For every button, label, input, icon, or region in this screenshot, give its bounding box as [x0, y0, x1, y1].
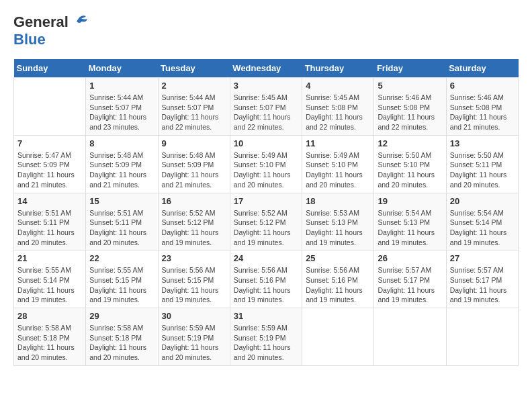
- day-info: Sunrise: 5:56 AMSunset: 5:15 PMDaylight:…: [162, 265, 226, 305]
- logo-blue: Blue: [13, 31, 46, 48]
- calendar-cell: 26Sunrise: 5:57 AMSunset: 5:17 PMDayligh…: [374, 250, 446, 308]
- calendar-cell: 18Sunrise: 5:53 AMSunset: 5:13 PMDayligh…: [302, 193, 374, 250]
- weekday-header: Saturday: [446, 59, 518, 78]
- day-number: 18: [306, 196, 370, 206]
- calendar-cell: 28Sunrise: 5:58 AMSunset: 5:18 PMDayligh…: [14, 308, 86, 366]
- calendar-cell: 16Sunrise: 5:52 AMSunset: 5:12 PMDayligh…: [158, 193, 230, 250]
- calendar-cell: 6Sunrise: 5:46 AMSunset: 5:08 PMDaylight…: [446, 78, 518, 136]
- calendar-cell: 23Sunrise: 5:56 AMSunset: 5:15 PMDayligh…: [158, 250, 230, 308]
- weekday-header: Tuesday: [158, 59, 230, 78]
- day-info: Sunrise: 5:54 AMSunset: 5:14 PMDaylight:…: [450, 208, 515, 248]
- logo-bird-icon: [70, 15, 89, 30]
- calendar-cell: 15Sunrise: 5:51 AMSunset: 5:11 PMDayligh…: [86, 193, 158, 250]
- calendar-cell: 3Sunrise: 5:45 AMSunset: 5:07 PMDaylight…: [230, 78, 302, 136]
- calendar-cell: 17Sunrise: 5:52 AMSunset: 5:12 PMDayligh…: [230, 193, 302, 250]
- day-info: Sunrise: 5:46 AMSunset: 5:08 PMDaylight:…: [450, 93, 515, 132]
- calendar-cell: [302, 308, 374, 366]
- day-info: Sunrise: 5:45 AMSunset: 5:07 PMDaylight:…: [234, 93, 298, 132]
- calendar-cell: 22Sunrise: 5:55 AMSunset: 5:15 PMDayligh…: [86, 250, 158, 308]
- day-number: 14: [17, 196, 82, 206]
- day-info: Sunrise: 5:53 AMSunset: 5:13 PMDaylight:…: [306, 208, 370, 248]
- day-number: 21: [17, 253, 82, 263]
- day-number: 3: [234, 81, 298, 91]
- weekday-header: Monday: [86, 59, 158, 78]
- calendar-cell: [14, 78, 86, 136]
- day-number: 20: [450, 196, 515, 206]
- calendar-cell: 13Sunrise: 5:50 AMSunset: 5:11 PMDayligh…: [446, 135, 518, 193]
- calendar-cell: 5Sunrise: 5:46 AMSunset: 5:08 PMDaylight…: [374, 78, 446, 136]
- calendar-cell: [446, 308, 518, 366]
- weekday-header: Thursday: [302, 59, 374, 78]
- day-info: Sunrise: 5:57 AMSunset: 5:17 PMDaylight:…: [378, 265, 442, 305]
- day-number: 24: [234, 253, 298, 263]
- day-info: Sunrise: 5:50 AMSunset: 5:11 PMDaylight:…: [450, 150, 515, 190]
- day-number: 1: [89, 81, 154, 91]
- day-number: 13: [450, 138, 515, 148]
- day-number: 31: [234, 311, 298, 321]
- day-info: Sunrise: 5:55 AMSunset: 5:15 PMDaylight:…: [89, 265, 154, 305]
- day-number: 26: [378, 253, 442, 263]
- day-number: 2: [162, 81, 226, 91]
- calendar-cell: 20Sunrise: 5:54 AMSunset: 5:14 PMDayligh…: [446, 193, 518, 250]
- day-number: 10: [234, 138, 298, 148]
- day-info: Sunrise: 5:48 AMSunset: 5:09 PMDaylight:…: [89, 150, 154, 190]
- day-number: 8: [89, 138, 154, 148]
- logo: General Blue: [13, 13, 89, 48]
- day-info: Sunrise: 5:51 AMSunset: 5:11 PMDaylight:…: [89, 208, 154, 248]
- day-info: Sunrise: 5:47 AMSunset: 5:09 PMDaylight:…: [17, 150, 82, 190]
- calendar-cell: 25Sunrise: 5:56 AMSunset: 5:16 PMDayligh…: [302, 250, 374, 308]
- day-info: Sunrise: 5:59 AMSunset: 5:19 PMDaylight:…: [162, 323, 226, 363]
- day-number: 7: [17, 138, 82, 148]
- day-number: 28: [17, 311, 82, 321]
- day-info: Sunrise: 5:54 AMSunset: 5:13 PMDaylight:…: [378, 208, 442, 248]
- day-info: Sunrise: 5:52 AMSunset: 5:12 PMDaylight:…: [234, 208, 298, 248]
- day-info: Sunrise: 5:56 AMSunset: 5:16 PMDaylight:…: [306, 265, 370, 305]
- day-info: Sunrise: 5:58 AMSunset: 5:18 PMDaylight:…: [89, 323, 154, 363]
- calendar-cell: 8Sunrise: 5:48 AMSunset: 5:09 PMDaylight…: [86, 135, 158, 193]
- day-number: 6: [450, 81, 515, 91]
- day-number: 12: [378, 138, 442, 148]
- calendar-cell: 14Sunrise: 5:51 AMSunset: 5:11 PMDayligh…: [14, 193, 86, 250]
- day-number: 27: [450, 253, 515, 263]
- day-info: Sunrise: 5:58 AMSunset: 5:18 PMDaylight:…: [17, 323, 82, 363]
- day-info: Sunrise: 5:46 AMSunset: 5:08 PMDaylight:…: [378, 93, 442, 132]
- calendar-cell: 29Sunrise: 5:58 AMSunset: 5:18 PMDayligh…: [86, 308, 158, 366]
- calendar-cell: 19Sunrise: 5:54 AMSunset: 5:13 PMDayligh…: [374, 193, 446, 250]
- calendar-cell: 1Sunrise: 5:44 AMSunset: 5:07 PMDaylight…: [86, 78, 158, 136]
- weekday-header: Wednesday: [230, 59, 302, 78]
- calendar-cell: 31Sunrise: 5:59 AMSunset: 5:19 PMDayligh…: [230, 308, 302, 366]
- day-info: Sunrise: 5:49 AMSunset: 5:10 PMDaylight:…: [234, 150, 298, 190]
- day-info: Sunrise: 5:48 AMSunset: 5:09 PMDaylight:…: [162, 150, 226, 190]
- day-number: 23: [162, 253, 226, 263]
- day-number: 15: [89, 196, 154, 206]
- page-header: General Blue: [13, 13, 519, 48]
- day-info: Sunrise: 5:44 AMSunset: 5:07 PMDaylight:…: [89, 93, 154, 132]
- day-number: 4: [306, 81, 370, 91]
- day-info: Sunrise: 5:56 AMSunset: 5:16 PMDaylight:…: [234, 265, 298, 305]
- day-info: Sunrise: 5:55 AMSunset: 5:14 PMDaylight:…: [17, 265, 82, 305]
- weekday-header: Sunday: [14, 59, 86, 78]
- calendar-cell: 24Sunrise: 5:56 AMSunset: 5:16 PMDayligh…: [230, 250, 302, 308]
- day-number: 5: [378, 81, 442, 91]
- day-info: Sunrise: 5:45 AMSunset: 5:08 PMDaylight:…: [306, 93, 370, 132]
- calendar-cell: 21Sunrise: 5:55 AMSunset: 5:14 PMDayligh…: [14, 250, 86, 308]
- calendar-table: SundayMondayTuesdayWednesdayThursdayFrid…: [13, 59, 519, 366]
- calendar-header: SundayMondayTuesdayWednesdayThursdayFrid…: [14, 59, 519, 78]
- logo-general: General: [13, 13, 69, 31]
- day-info: Sunrise: 5:52 AMSunset: 5:12 PMDaylight:…: [162, 208, 226, 248]
- day-number: 9: [162, 138, 226, 148]
- calendar-cell: 11Sunrise: 5:49 AMSunset: 5:10 PMDayligh…: [302, 135, 374, 193]
- day-number: 11: [306, 138, 370, 148]
- day-number: 30: [162, 311, 226, 321]
- day-number: 29: [89, 311, 154, 321]
- day-info: Sunrise: 5:51 AMSunset: 5:11 PMDaylight:…: [17, 208, 82, 248]
- day-info: Sunrise: 5:57 AMSunset: 5:17 PMDaylight:…: [450, 265, 515, 305]
- day-number: 19: [378, 196, 442, 206]
- calendar-cell: 27Sunrise: 5:57 AMSunset: 5:17 PMDayligh…: [446, 250, 518, 308]
- calendar-cell: 10Sunrise: 5:49 AMSunset: 5:10 PMDayligh…: [230, 135, 302, 193]
- calendar-cell: 12Sunrise: 5:50 AMSunset: 5:10 PMDayligh…: [374, 135, 446, 193]
- calendar-cell: 9Sunrise: 5:48 AMSunset: 5:09 PMDaylight…: [158, 135, 230, 193]
- day-info: Sunrise: 5:59 AMSunset: 5:19 PMDaylight:…: [234, 323, 298, 363]
- calendar-cell: 2Sunrise: 5:44 AMSunset: 5:07 PMDaylight…: [158, 78, 230, 136]
- weekday-header: Friday: [374, 59, 446, 78]
